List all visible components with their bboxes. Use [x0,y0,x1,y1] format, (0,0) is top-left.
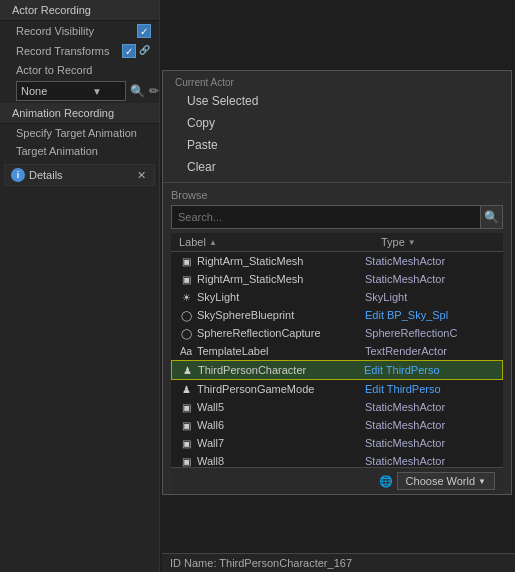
list-item[interactable]: ▣Wall6StaticMeshActor [171,416,503,434]
list-item-name: Wall7 [197,437,365,449]
list-header-label: Label ▲ [171,233,373,251]
search-actor-button[interactable]: 🔍 [130,82,145,100]
list-body: ▣RightArm_StaticMeshStaticMeshActor▣Righ… [171,252,503,467]
use-selected-item[interactable]: Use Selected [163,90,511,112]
list-item[interactable]: ▣Wall7StaticMeshActor [171,434,503,452]
animation-recording-header: Animation Recording [0,103,159,124]
actor-to-record-row: Actor to Record [0,61,159,79]
choose-world-button[interactable]: Choose World ▼ [397,472,495,490]
list-item[interactable]: ▣Wall8StaticMeshActor [171,452,503,467]
specify-target-animation-label: Specify Target Animation [16,127,151,139]
list-item-name: RightArm_StaticMesh [197,273,365,285]
actor-picker-popup: Current Actor Use Selected Copy Paste Cl… [162,70,512,495]
actor-to-record-label: Actor to Record [16,64,151,76]
person-icon: ♟ [179,382,193,396]
record-transforms-link-icon[interactable]: 🔗 [139,45,151,57]
list-item-name: SkyLight [197,291,365,303]
list-item-name: Wall8 [197,455,365,467]
clear-item[interactable]: Clear [163,156,511,178]
record-transforms-row: Record Transforms ✓ 🔗 [0,41,159,61]
record-visibility-checkbox[interactable]: ✓ [137,24,151,38]
list-item-type: Edit ThirdPerso [364,364,494,376]
list-item-name: ThirdPersonGameMode [197,383,365,395]
actor-to-record-select[interactable]: None [16,81,126,101]
world-icon: 🌐 [379,475,393,488]
actor-to-record-dropdown-row: None ▼ 🔍 ✏ [0,79,159,103]
person-icon: ♟ [180,363,194,377]
record-transforms-checkbox[interactable]: ✓ [122,44,136,58]
actor-recording-title: Actor Recording [12,4,91,16]
type-sort-icon[interactable]: ▼ [408,238,416,247]
paste-item[interactable]: Paste [163,134,511,156]
pick-actor-button[interactable]: ✏ [149,82,159,100]
list-item[interactable]: ♟ThirdPersonGameModeEdit ThirdPerso [171,380,503,398]
choose-world-label: Choose World [406,475,476,487]
search-row: 🔍 [171,205,503,229]
list-header: Label ▲ Type ▼ [171,233,503,252]
list-item-name: SphereReflectionCapture [197,327,365,339]
list-item[interactable]: ▣RightArm_StaticMeshStaticMeshActor [171,252,503,270]
actor-recording-header: Actor Recording [0,0,159,21]
list-header-type: Type ▼ [373,233,503,251]
animation-recording-title: Animation Recording [12,107,114,119]
search-input[interactable] [172,208,480,226]
list-item[interactable]: ▣RightArm_StaticMeshStaticMeshActor [171,270,503,288]
copy-item[interactable]: Copy [163,112,511,134]
context-menu-section: Current Actor Use Selected Copy Paste Cl… [163,71,511,183]
list-item-type: Edit ThirdPerso [365,383,495,395]
mesh-icon: ▣ [179,400,193,414]
type-column-header: Type [381,236,405,248]
list-item[interactable]: AaTemplateLabelTextRenderActor [171,342,503,360]
target-animation-label: Target Animation [0,142,159,160]
list-item-name: Wall5 [197,401,365,413]
text-icon: Aa [179,344,193,358]
mesh-icon: ▣ [179,436,193,450]
record-transforms-label: Record Transforms [16,45,122,57]
search-submit-button[interactable]: 🔍 [480,206,502,228]
label-column-header: Label [179,236,206,248]
label-sort-icon[interactable]: ▲ [209,238,217,247]
list-item-type: StaticMeshActor [365,419,495,431]
status-bar: ID Name: ThirdPersonCharacter_167 [162,553,515,572]
footer-row: 🌐 Choose World ▼ [171,467,503,494]
list-item-name: RightArm_StaticMesh [197,255,365,267]
list-item-type: Edit BP_Sky_Spl [365,309,495,321]
record-visibility-row: Record Visibility ✓ [0,21,159,41]
list-item[interactable]: ♟ThirdPersonCharacterEdit ThirdPerso [171,360,503,380]
choose-world-arrow-icon: ▼ [478,477,486,486]
mesh-icon: ▣ [179,418,193,432]
list-item-type: StaticMeshActor [365,455,495,467]
mesh-icon: ▣ [179,272,193,286]
mesh-icon: ▣ [179,454,193,467]
list-item-type: SphereReflectionC [365,327,495,339]
sphere-icon: ◯ [179,308,193,322]
details-close-button[interactable]: ✕ [134,168,148,182]
list-item[interactable]: ◯SphereReflectionCaptureSphereReflection… [171,324,503,342]
list-item-name: ThirdPersonCharacter [198,364,364,376]
record-transforms-controls: ✓ 🔗 [122,44,151,58]
list-item-name: TemplateLabel [197,345,365,357]
record-visibility-label: Record Visibility [16,25,137,37]
browse-section: Browse 🔍 Label ▲ Type ▼ ▣RightArm_Static… [163,183,511,494]
sphere-icon: ◯ [179,326,193,340]
current-actor-header: Current Actor [163,75,511,90]
list-item-type: StaticMeshActor [365,255,495,267]
browse-label: Browse [171,189,503,201]
list-item-type: StaticMeshActor [365,273,495,285]
list-item-type: StaticMeshActor [365,437,495,449]
details-section: i Details ✕ [4,164,155,186]
light-icon: ☀ [179,290,193,304]
list-item-type: StaticMeshActor [365,401,495,413]
details-info-icon: i [11,168,25,182]
left-panel: Actor Recording Record Visibility ✓ Reco… [0,0,160,572]
list-item[interactable]: ◯SkySphereBlueprintEdit BP_Sky_Spl [171,306,503,324]
id-name-label: ID Name: ThirdPersonCharacter_167 [170,557,352,569]
list-item[interactable]: ☀SkyLightSkyLight [171,288,503,306]
list-item-type: SkyLight [365,291,495,303]
list-item-type: TextRenderActor [365,345,495,357]
list-item-name: SkySphereBlueprint [197,309,365,321]
list-item-name: Wall6 [197,419,365,431]
list-item[interactable]: ▣Wall5StaticMeshActor [171,398,503,416]
details-label: Details [29,169,130,181]
mesh-icon: ▣ [179,254,193,268]
